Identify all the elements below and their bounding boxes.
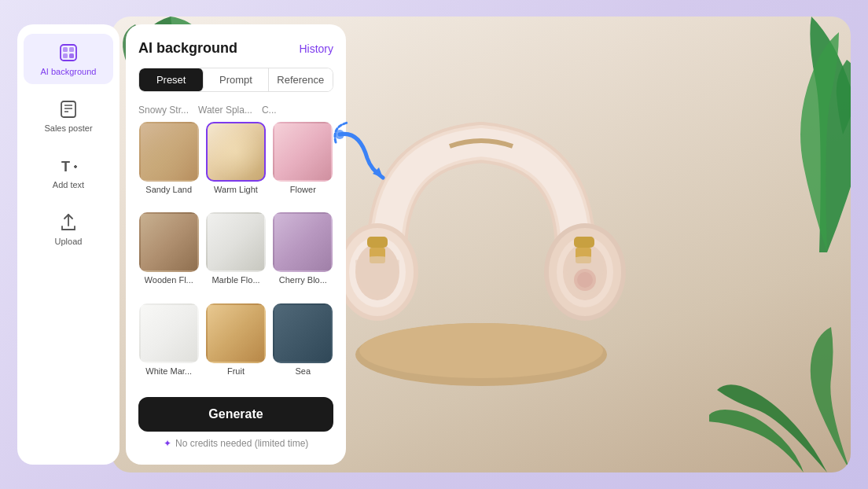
sidebar-item-upload[interactable]: Upload <box>24 204 113 254</box>
preset-label-warm-light: Warm Light <box>214 185 258 194</box>
ai-background-icon <box>57 42 79 64</box>
svg-rect-20 <box>69 53 74 58</box>
preset-label-white-mar: White Mar... <box>145 366 192 376</box>
preset-thumb-wooden-fl <box>139 212 199 272</box>
preset-thumb-sea <box>273 303 333 363</box>
preset-label-wooden-fl: Wooden Fl... <box>145 275 193 285</box>
sidebar-item-ai-background[interactable]: AI background <box>24 34 113 84</box>
scroll-label-2: Water Spla... <box>198 105 252 116</box>
preset-thumb-warm-light <box>206 122 266 182</box>
svg-rect-12 <box>367 237 388 248</box>
preset-label-marble-flo: Marble Flo... <box>211 275 259 285</box>
panel-title: AI background <box>138 40 237 57</box>
sales-poster-icon <box>57 98 79 120</box>
sidebar-label-ai-background: AI background <box>41 67 97 76</box>
scroll-label-3: C... <box>262 105 277 116</box>
preset-thumb-flower <box>273 122 333 182</box>
preset-item-sea[interactable]: Sea <box>273 303 333 388</box>
generate-button[interactable]: Generate <box>138 397 333 432</box>
tab-reference[interactable]: Reference <box>269 68 333 91</box>
panel-header: AI background History <box>138 40 333 57</box>
preset-label-flower: Flower <box>290 185 316 194</box>
svg-text:T: T <box>61 159 70 175</box>
sidebar-item-sales-poster[interactable]: Sales poster <box>24 90 113 141</box>
main-container: AI background Sales poster T <box>17 17 851 472</box>
star-icon: ✦ <box>164 438 171 449</box>
generate-section: Generate ✦ No credits needed (limited ti… <box>138 397 333 449</box>
history-link[interactable]: History <box>299 42 333 55</box>
svg-rect-17 <box>63 47 68 52</box>
svg-rect-16 <box>61 45 76 61</box>
sidebar: AI background Sales poster T <box>17 24 120 465</box>
preset-label-sea: Sea <box>296 366 311 376</box>
preset-item-cherry-blo[interactable]: Cherry Blo... <box>273 212 333 296</box>
sidebar-label-upload: Upload <box>55 237 83 246</box>
credits-text: No credits needed (limited time) <box>175 438 308 449</box>
preset-item-warm-light[interactable]: Warm Light <box>205 122 266 206</box>
preset-item-sandy-land[interactable]: Sandy Land <box>138 122 199 206</box>
scroll-label-1: Snowy Str... <box>138 105 189 116</box>
preset-label-cherry-blo: Cherry Blo... <box>279 275 327 285</box>
preset-grid: Sandy Land Warm Light Flower Wooden Fl..… <box>138 122 333 388</box>
preset-item-wooden-fl[interactable]: Wooden Fl... <box>138 212 199 296</box>
preset-label-fruit: Fruit <box>227 366 245 376</box>
preset-item-white-mar[interactable]: White Mar... <box>138 303 199 388</box>
add-text-icon: T <box>57 155 79 177</box>
preset-thumb-fruit <box>206 303 266 363</box>
tab-preset[interactable]: Preset <box>139 68 204 91</box>
svg-rect-19 <box>63 53 68 58</box>
preset-item-fruit[interactable]: Fruit <box>205 303 266 388</box>
preset-thumb-white-mar <box>139 303 199 363</box>
preset-item-flower[interactable]: Flower <box>273 122 333 206</box>
credits-note: ✦ No credits needed (limited time) <box>138 438 333 449</box>
svg-rect-13 <box>574 237 594 248</box>
scroll-labels-row: Snowy Str... Water Spla... C... <box>138 105 333 116</box>
preset-thumb-sandy-land <box>139 122 199 182</box>
svg-point-1 <box>359 323 603 378</box>
preset-item-marble-flo[interactable]: Marble Flo... <box>205 212 266 296</box>
ai-background-panel: AI background History Preset Prompt Refe… <box>126 24 346 465</box>
upload-icon <box>57 211 79 233</box>
preset-thumb-marble-flo <box>206 212 266 272</box>
preset-label-sandy-land: Sandy Land <box>145 185 192 194</box>
sidebar-item-add-text[interactable]: T Add text <box>24 147 113 197</box>
tabs-container: Preset Prompt Reference <box>138 68 333 92</box>
tab-prompt[interactable]: Prompt <box>204 68 268 91</box>
svg-rect-21 <box>61 101 75 117</box>
sidebar-label-sales-poster: Sales poster <box>44 123 92 133</box>
sidebar-label-add-text: Add text <box>53 180 84 189</box>
preset-thumb-cherry-blo <box>273 212 333 272</box>
svg-rect-18 <box>69 47 74 52</box>
